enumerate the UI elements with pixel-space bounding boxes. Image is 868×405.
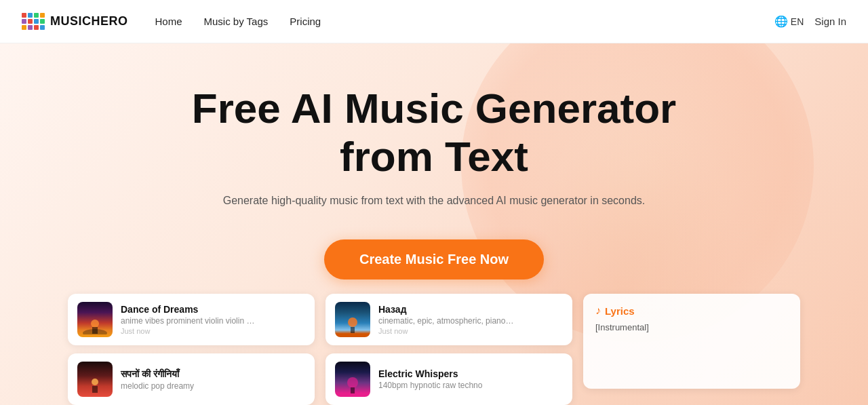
card-info: Electric Whispers 140bpm hypnotic raw te… [378,368,563,390]
thumb-art [77,362,113,397]
thumb-art [335,302,370,337]
logo[interactable]: MUSICHERO [22,13,128,30]
card-title: सपनों की रंगीनियाँ [121,368,305,380]
lyrics-panel: ♪ Lyrics [Instrumental] [583,294,800,389]
svg-rect-6 [351,327,355,333]
card-title: Electric Whispers [378,368,563,379]
logo-text: MUSICHERO [50,14,128,28]
svg-point-1 [91,320,99,328]
card-info: Dance of Dreams anime vibes prominent vi… [121,304,305,335]
svg-rect-4 [92,386,98,393]
cta-button[interactable]: Create Music Free Now [324,239,544,279]
cards-area: Dance of Dreams anime vibes prominent vi… [0,294,868,405]
nav-pricing[interactable]: Pricing [290,16,321,27]
lyrics-title: Lyrics [605,305,635,317]
globe-icon: 🌐 [774,15,788,28]
silhouette-icon [77,315,113,334]
silhouette-icon [77,375,113,394]
nav-home[interactable]: Home [155,16,182,27]
card-thumbnail [335,302,370,337]
card-time: Just now [121,327,305,335]
cards-column-left: Dance of Dreams anime vibes prominent vi… [68,294,315,405]
card-title: Назад [378,304,563,315]
svg-rect-2 [92,327,98,334]
music-card-hindi[interactable]: सपनों की रंगीनियाँ melodic pop dreamy [68,353,315,405]
nav-music-by-tags[interactable]: Music by Tags [204,16,269,27]
card-info: Назад cinematic, epic, atmospheric, pian… [378,304,563,335]
music-card-electric-whispers[interactable]: Electric Whispers 140bpm hypnotic raw te… [326,353,572,405]
nav-links: Home Music by Tags Pricing [155,16,774,27]
lyrics-header: ♪ Lyrics [595,305,788,317]
thumb-art [335,362,370,397]
nav-right: 🌐 EN Sign In [774,15,846,28]
silhouette-icon [335,315,370,334]
card-tags: anime vibes prominent violin violin ligh… [121,316,256,326]
card-info: सपनों की रंगीनियाँ melodic pop dreamy [121,368,305,391]
svg-point-3 [92,379,98,385]
cards-column-right: Назад cinematic, epic, atmospheric, pian… [326,294,572,405]
lyrics-content: [Instrumental] [595,322,788,332]
hero-title: Free AI Music Generator from Text [192,84,676,181]
hero-section: Free AI Music Generator from Text Genera… [0,43,868,405]
card-tags: 140bpm hypnotic raw techno [378,381,514,390]
card-tags: melodic pop dreamy [121,381,256,391]
card-title: Dance of Dreams [121,304,305,315]
language-switcher[interactable]: 🌐 EN [774,15,804,28]
svg-rect-8 [351,387,355,393]
lang-label: EN [791,16,804,27]
silhouette-icon [335,375,370,394]
logo-icon [22,13,45,30]
navbar: MUSICHERO Home Music by Tags Pricing 🌐 E… [0,0,868,43]
card-tags: cinematic, epic, atmospheric, piano, gui… [378,316,514,326]
hero-subtitle: Generate high-quality music from text wi… [223,195,646,207]
svg-point-7 [347,377,358,388]
card-time: Just now [378,327,563,335]
card-thumbnail [335,362,370,397]
svg-point-5 [348,317,357,327]
sign-in-button[interactable]: Sign In [814,16,846,27]
music-card-dance-of-dreams[interactable]: Dance of Dreams anime vibes prominent vi… [68,294,315,345]
hero-content: Free AI Music Generator from Text Genera… [0,43,868,279]
card-thumbnail [77,302,113,337]
music-card-nazad[interactable]: Назад cinematic, epic, atmospheric, pian… [326,294,572,345]
thumb-art [77,302,113,337]
card-thumbnail [77,362,113,397]
music-note-icon: ♪ [595,305,601,317]
